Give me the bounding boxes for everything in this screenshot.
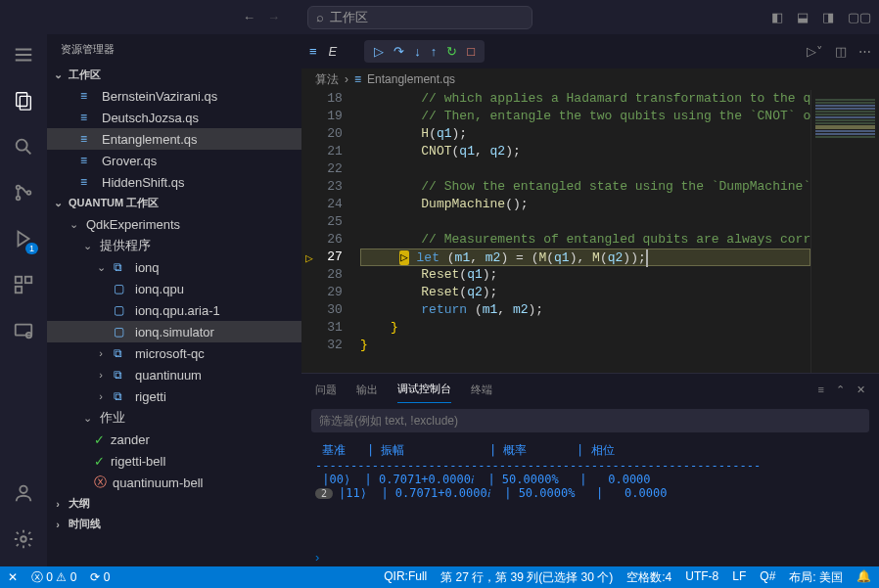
indentation-status[interactable]: 空格数:4 — [626, 569, 671, 586]
debug-console-input[interactable]: › — [301, 546, 879, 568]
minimap[interactable] — [810, 90, 879, 373]
package-icon: ⧉ — [114, 346, 129, 360]
svg-rect-6 — [16, 277, 22, 283]
svg-rect-8 — [16, 287, 22, 293]
keyboard-layout-status[interactable]: 布局: 美国 — [789, 569, 843, 586]
problems-status[interactable]: ⓧ 0 ⚠ 0 — [31, 569, 76, 586]
package-icon: ⧉ — [114, 389, 129, 403]
more-actions-icon[interactable]: ⋯ — [858, 44, 871, 59]
file-item[interactable]: ≡DeutschJozsa.qs — [47, 107, 301, 128]
debug-step-out-icon[interactable]: ↑ — [431, 44, 438, 59]
svg-point-2 — [17, 140, 27, 151]
panel-tab[interactable]: 输出 — [356, 377, 378, 403]
panel-tab[interactable]: 问题 — [315, 377, 337, 403]
svg-rect-0 — [17, 93, 27, 107]
activity-bar: 1 — [0, 34, 47, 568]
job-item[interactable]: ✓ rigetti-bell — [47, 450, 301, 472]
eol-status[interactable]: LF — [732, 569, 746, 586]
chevron-right-icon: › — [51, 498, 65, 510]
chip-icon: ▢ — [114, 282, 129, 295]
debug-stop-icon[interactable]: □ — [467, 44, 475, 59]
console-filter-input[interactable]: 筛选器(例如 text, !exclude) — [311, 409, 869, 432]
code-editor[interactable]: 181920212223242526▷272829303132 // which… — [301, 90, 879, 373]
cursor-position-status[interactable]: 第 27 行，第 39 列(已选择 30 个) — [440, 569, 613, 586]
bottom-panel: 问题输出调试控制台终端 ≡ ⌃ ✕ 筛选器(例如 text, !exclude)… — [301, 373, 879, 568]
search-placeholder: 工作区 — [330, 9, 368, 26]
debug-restart-icon[interactable]: ↻ — [446, 44, 457, 59]
panel-tab[interactable]: 调试控制台 — [397, 376, 451, 403]
extensions-icon[interactable] — [13, 274, 34, 298]
provider-item[interactable]: ›⧉microsoft-qc — [47, 342, 301, 364]
quantum-section-header[interactable]: ⌄ QUANTUM 工作区 — [47, 193, 301, 213]
timeline-section-header[interactable]: › 时间线 — [47, 514, 301, 534]
svg-point-11 — [20, 486, 26, 493]
qir-status[interactable]: QIR:Full — [384, 569, 427, 586]
ports-status[interactable]: ⟳ 0 — [90, 570, 110, 584]
account-icon[interactable] — [13, 482, 34, 507]
search-icon: ⌕ — [316, 10, 324, 24]
target-item[interactable]: ▢ionq.qpu — [47, 278, 301, 299]
tree-folder[interactable]: ⌄作业 — [47, 407, 301, 429]
chip-icon: ▢ — [114, 303, 129, 317]
tree-folder[interactable]: ⌄QdkExperiments — [47, 213, 301, 235]
provider-item[interactable]: ›⧉quantinuum — [47, 364, 301, 385]
file-item[interactable]: ≡Entanglement.qs — [47, 128, 301, 150]
run-debug-icon[interactable]: 1 — [13, 228, 34, 252]
target-item[interactable]: ▢ionq.qpu.aria-1 — [47, 299, 301, 321]
outline-section-header[interactable]: › 大纲 — [47, 493, 301, 514]
layout-toggle-bottom-icon[interactable]: ⬓ — [797, 10, 809, 24]
svg-point-12 — [21, 536, 26, 542]
target-item[interactable]: ▢ionq.simulator — [47, 321, 301, 342]
chevron-right-icon: › — [345, 72, 348, 86]
chevron-down-icon: ⌄ — [51, 197, 65, 209]
encoding-status[interactable]: UTF-8 — [685, 569, 718, 586]
language-mode-status[interactable]: Q# — [760, 569, 775, 586]
remote-indicator[interactable]: ✕ — [8, 570, 18, 584]
search-activity-icon[interactable] — [13, 136, 34, 160]
panel-tab[interactable]: 终端 — [471, 377, 492, 403]
run-icon[interactable]: ▷˅ — [807, 44, 823, 59]
nav-forward-icon[interactable]: → — [267, 10, 280, 24]
layout-toggle-left-icon[interactable]: ◧ — [771, 10, 783, 24]
menu-icon[interactable] — [13, 44, 34, 68]
remote-explorer-icon[interactable] — [13, 320, 34, 344]
panel-filter-icon[interactable]: ≡ — [818, 384, 824, 396]
editor-tab[interactable]: E — [329, 44, 338, 59]
file-icon: ≡ — [80, 111, 96, 124]
tree-folder[interactable]: ⌄提供程序 — [47, 235, 301, 256]
panel-close-icon[interactable]: ✕ — [856, 384, 865, 396]
breadcrumb[interactable]: 算法 › ≡ Entanglement.qs — [301, 68, 879, 90]
layout-toggle-right-icon[interactable]: ◨ — [822, 10, 834, 24]
svg-point-5 — [27, 191, 31, 195]
debug-continue-icon[interactable]: ▷ — [374, 44, 384, 59]
notifications-icon[interactable]: 🔔 — [856, 569, 871, 586]
debug-step-into-icon[interactable]: ↓ — [414, 44, 421, 59]
provider-item[interactable]: ›⧉rigetti — [47, 385, 301, 407]
file-icon: ≡ — [354, 72, 361, 86]
chevron-right-icon: › — [51, 519, 65, 530]
tree-folder[interactable]: ⌄⧉ionq — [47, 256, 301, 278]
job-item[interactable]: ✓ zander — [47, 429, 301, 450]
job-item[interactable]: ⓧ quantinuum-bell — [47, 472, 301, 493]
editor-area: ≡ E ▷ ↷ ↓ ↑ ↻ □ ▷˅ ◫ ⋯ 算法 › ≡ Entangleme… — [301, 34, 879, 568]
settings-gear-icon[interactable] — [13, 528, 34, 553]
explorer-icon[interactable] — [13, 90, 34, 114]
package-icon: ⧉ — [114, 260, 129, 274]
command-center-search[interactable]: ⌕ 工作区 — [307, 6, 532, 29]
layout-customize-icon[interactable]: ▢▢ — [848, 10, 871, 24]
workspace-section-header[interactable]: ⌄ 工作区 — [47, 65, 301, 85]
file-item[interactable]: ≡HiddenShift.qs — [47, 171, 301, 193]
file-icon: ≡ — [80, 154, 96, 167]
source-control-icon[interactable] — [13, 182, 34, 206]
debug-step-over-icon[interactable]: ↷ — [393, 44, 404, 59]
file-item[interactable]: ≡BernsteinVazirani.qs — [47, 85, 301, 107]
file-item[interactable]: ≡Grover.qs — [47, 150, 301, 171]
panel-clear-icon[interactable]: ⌃ — [836, 384, 845, 396]
sidebar-title: 资源管理器 — [47, 34, 301, 65]
svg-rect-1 — [20, 96, 30, 110]
editor-tab-bar: ≡ E ▷ ↷ ↓ ↑ ↻ □ ▷˅ ◫ ⋯ — [301, 34, 879, 68]
nav-back-icon[interactable]: ← — [243, 10, 255, 24]
split-editor-icon[interactable]: ◫ — [835, 44, 847, 59]
file-icon: ≡ — [309, 44, 317, 59]
title-bar: ← → ⌕ 工作区 ◧ ⬓ ◨ ▢▢ — [0, 0, 879, 34]
